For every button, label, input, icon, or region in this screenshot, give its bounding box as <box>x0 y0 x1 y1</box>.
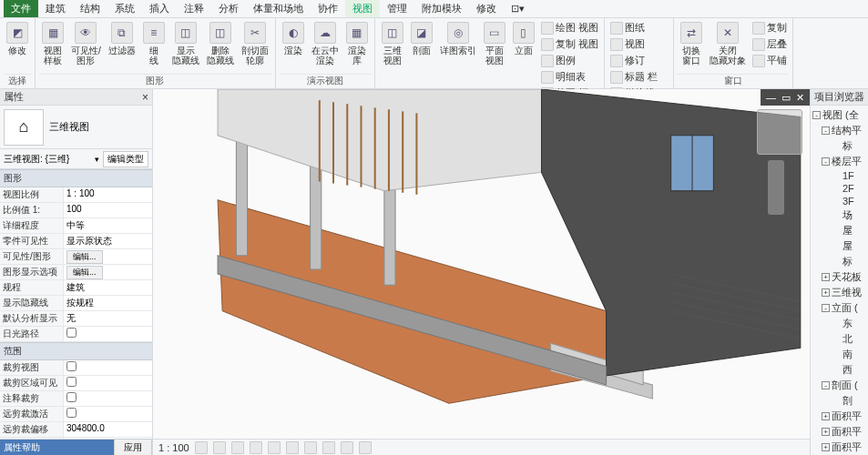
tree-toggle-icon[interactable]: - <box>822 381 830 389</box>
tree-面积平[interactable]: +面积平 <box>812 440 866 455</box>
tree-toggle-icon[interactable]: + <box>822 428 830 436</box>
ribbon-渲染[interactable]: ◐渲染 <box>280 20 307 57</box>
tree-toggle-icon[interactable]: + <box>822 412 830 420</box>
tree-三维视[interactable]: +三维视 <box>812 285 866 300</box>
viewcube[interactable] <box>757 109 802 155</box>
tree-剖面 ([interactable]: -剖面 ( <box>812 378 866 393</box>
tree-楼层平[interactable]: -楼层平 <box>812 154 866 169</box>
menu-结构[interactable]: 结构 <box>73 0 107 17</box>
unhide-icon[interactable] <box>322 441 335 454</box>
menu-插入[interactable]: 插入 <box>142 0 177 17</box>
checkbox-日光路径[interactable] <box>66 328 77 338</box>
menu-overflow-icon[interactable]: ⊡▾ <box>504 1 532 16</box>
ribbon-复制[interactable]: 复制 <box>751 20 789 35</box>
ribbon-在云中渲染[interactable]: ☁在云中 渲染 <box>309 20 342 67</box>
tree-西[interactable]: 西 <box>812 362 866 378</box>
checkbox-远剪裁激活[interactable] <box>66 408 77 418</box>
tree-2F[interactable]: 2F <box>812 182 866 195</box>
tree-toggle-icon[interactable]: - <box>822 157 830 166</box>
tree-标[interactable]: 标 <box>812 254 866 269</box>
ribbon-图例[interactable]: 图例 <box>539 53 600 68</box>
ribbon-细线[interactable]: ≡细 线 <box>140 20 168 67</box>
ribbon-剖面[interactable]: ◪剖面 <box>408 20 435 57</box>
tree-面积平[interactable]: +面积平 <box>812 424 866 440</box>
ribbon-平面视图[interactable]: ▭平面 视图 <box>481 20 508 67</box>
detail-level-icon[interactable] <box>195 441 208 454</box>
tree-toggle-icon[interactable]: + <box>822 288 830 297</box>
tree-屋[interactable]: 屋 <box>812 238 866 254</box>
tree-屋[interactable]: 屋 <box>812 223 866 238</box>
ribbon-视图样板[interactable]: ▦视图 样板 <box>39 20 66 67</box>
tree-东[interactable]: 东 <box>812 316 866 331</box>
apply-button[interactable]: 应用 <box>114 439 152 456</box>
menu-file[interactable]: 文件 <box>4 0 38 17</box>
tree-面积平[interactable]: +面积平 <box>812 409 866 424</box>
properties-help[interactable]: 属性帮助 <box>0 440 114 456</box>
ribbon-图纸[interactable]: 图纸 <box>608 20 669 35</box>
ribbon-视图[interactable]: 视图 <box>608 36 669 52</box>
ribbon-修订[interactable]: 修订 <box>608 53 669 68</box>
minimize-icon[interactable]: — <box>766 92 776 103</box>
tree-剖[interactable]: 剖 <box>812 393 866 409</box>
menu-注释[interactable]: 注释 <box>177 0 211 17</box>
type-selector[interactable]: ⌂ 三维视图 <box>0 106 152 149</box>
nav-bar[interactable] <box>768 160 784 215</box>
tree-toggle-icon[interactable]: - <box>822 126 830 135</box>
rendering-icon[interactable] <box>268 441 281 454</box>
viewport-3d[interactable]: — ▭ ✕ 1 : 100 <box>153 89 810 455</box>
menu-系统[interactable]: 系统 <box>107 0 142 17</box>
close-view-icon[interactable]: ✕ <box>796 92 804 104</box>
props-section-范围[interactable]: 范围 <box>0 342 152 360</box>
ribbon-关闭隐藏对象[interactable]: ✕关闭 隐藏对象 <box>707 20 749 67</box>
tree-toggle-icon[interactable]: + <box>822 273 830 281</box>
tree-北[interactable]: 北 <box>812 331 866 347</box>
tree-立面 ([interactable]: -立面 ( <box>812 300 866 316</box>
ribbon-立面[interactable]: ▯立面 <box>510 20 537 57</box>
edit-button-图形显示选项[interactable]: 编辑... <box>66 266 103 279</box>
tree-视图 (全[interactable]: -视图 (全 <box>812 107 866 123</box>
tree-3F[interactable]: 3F <box>812 195 866 207</box>
menu-体量和场地[interactable]: 体量和场地 <box>246 0 311 17</box>
visual-style-icon[interactable] <box>213 441 226 454</box>
tree-toggle-icon[interactable]: + <box>822 443 830 451</box>
instance-name[interactable]: 三维视图: {三维} <box>4 153 91 166</box>
ribbon-三维视图[interactable]: ◫三维 视图 <box>379 20 406 67</box>
shadows-icon[interactable] <box>250 441 262 454</box>
reveal-icon[interactable] <box>359 441 372 454</box>
props-section-图形[interactable]: 图形 <box>0 169 152 187</box>
tree-南[interactable]: 南 <box>812 347 866 362</box>
checkbox-裁剪视图[interactable] <box>66 361 77 371</box>
tree-结构平[interactable]: -结构平 <box>812 123 866 138</box>
ribbon-详图索引[interactable]: ◎详图索引 <box>437 20 479 57</box>
checkbox-裁剪区域可见[interactable] <box>66 377 77 387</box>
crop-icon[interactable] <box>286 441 299 454</box>
menu-附加模块[interactable]: 附加模块 <box>414 0 469 17</box>
ribbon-明细表[interactable]: 明细表 <box>539 69 600 85</box>
ribbon-剖切面轮廓[interactable]: ✂剖切面 轮廓 <box>239 20 271 67</box>
tree-场[interactable]: 场 <box>812 207 866 223</box>
tree-1F[interactable]: 1F <box>812 169 866 182</box>
edit-button-可见性/图形[interactable]: 编辑... <box>66 250 103 264</box>
scale-display[interactable]: 1 : 100 <box>158 442 189 453</box>
temp-hide-icon[interactable] <box>341 441 353 454</box>
tree-天花板[interactable]: +天花板 <box>812 269 866 285</box>
menu-修改[interactable]: 修改 <box>469 0 504 17</box>
ribbon-平铺[interactable]: 平铺 <box>751 53 789 68</box>
ribbon-可见性/图形[interactable]: 👁可见性/ 图形 <box>68 20 104 67</box>
ribbon-绘图视图[interactable]: 绘图 视图 <box>539 20 600 35</box>
ribbon-显示隐藏线[interactable]: ◫显示 隐藏线 <box>169 20 202 67</box>
sun-path-icon[interactable] <box>231 441 244 454</box>
ribbon-修改[interactable]: ◩修改 <box>4 20 31 57</box>
ribbon-删除隐藏线[interactable]: ◫删除 隐藏线 <box>204 20 237 67</box>
tree-toggle-icon[interactable]: - <box>812 111 821 119</box>
menu-协作[interactable]: 协作 <box>311 0 345 17</box>
close-icon[interactable]: × <box>142 91 148 104</box>
edit-type-button[interactable]: 编辑类型 <box>103 151 148 167</box>
menu-分析[interactable]: 分析 <box>211 0 246 17</box>
ribbon-层叠[interactable]: 层叠 <box>751 36 789 52</box>
tree-toggle-icon[interactable]: - <box>822 304 830 312</box>
ribbon-复制视图[interactable]: 复制 视图 <box>539 36 600 52</box>
ribbon-切换窗口[interactable]: ⇄切换 窗口 <box>678 20 705 67</box>
tree-标[interactable]: 标 <box>812 138 866 154</box>
ribbon-标题栏[interactable]: 标题 栏 <box>608 69 669 85</box>
